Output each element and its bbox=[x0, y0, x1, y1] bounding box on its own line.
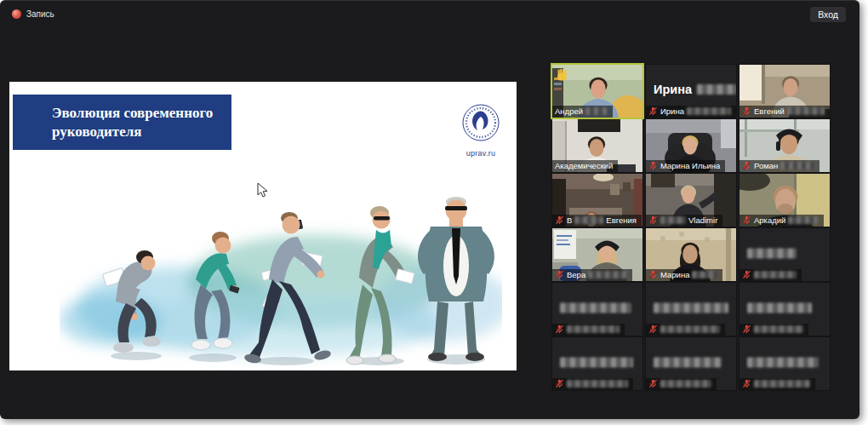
recording-indicator: Запись bbox=[12, 9, 54, 19]
name-text: Евгения bbox=[606, 215, 637, 225]
participant-name-label: Аркадий bbox=[740, 215, 824, 227]
video-grid: АндрейИринаИринаЕвгенийАкадемическийМари… bbox=[552, 65, 830, 390]
slide-title-line1: Эволюция современного bbox=[52, 104, 231, 123]
participant-tile-роман[interactable]: Роман bbox=[740, 119, 830, 172]
redacted-text-blur bbox=[788, 216, 819, 224]
participant-name-label: Евгений bbox=[740, 106, 830, 118]
muted-mic-icon bbox=[555, 324, 564, 334]
meeting-window: Запись Вход Эволюция современного руково… bbox=[0, 0, 859, 419]
recording-dot-icon bbox=[12, 9, 21, 19]
participant-tile[interactable] bbox=[552, 283, 642, 336]
participant-name-label: ВЕвгения bbox=[552, 215, 642, 227]
redacted-text-blur bbox=[660, 216, 686, 224]
participant-name-label bbox=[646, 378, 717, 390]
uprav-logo-emblem-icon bbox=[460, 102, 501, 143]
redacted-text-blur bbox=[687, 107, 731, 115]
shared-screen-slide: Эволюция современного руководителя uprav… bbox=[9, 82, 517, 370]
name-text: Аркадий bbox=[754, 215, 785, 225]
participant-tile[interactable] bbox=[646, 283, 736, 336]
redacted-text-blur bbox=[574, 216, 603, 224]
participant-name-label: Ирина bbox=[646, 106, 736, 118]
participant-big-name bbox=[654, 358, 722, 368]
participant-big-name bbox=[747, 303, 812, 313]
redacted-name-blur bbox=[560, 303, 631, 313]
muted-mic-icon bbox=[555, 379, 564, 388]
mouse-cursor bbox=[257, 182, 268, 198]
participant-tile-евгения[interactable]: ВЕвгения bbox=[552, 174, 642, 227]
participant-name-label: Андрей bbox=[552, 106, 613, 118]
redacted-text-blur bbox=[754, 325, 803, 333]
muted-mic-icon bbox=[648, 270, 658, 279]
muted-mic-icon bbox=[648, 324, 658, 334]
participant-tile-марина[interactable]: Марина bbox=[646, 228, 736, 281]
participant-tile[interactable] bbox=[740, 228, 830, 281]
slide-title-line2: руководителя bbox=[52, 123, 231, 141]
participant-tile-vladimir[interactable]: Vladimir bbox=[646, 174, 736, 227]
redacted-text-blur bbox=[754, 380, 810, 388]
redacted-text-blur bbox=[780, 162, 814, 169]
name-text: Евгений bbox=[754, 106, 785, 116]
redacted-text-blur bbox=[787, 107, 825, 115]
name-text: Марина Ильина bbox=[660, 161, 720, 170]
muted-mic-icon bbox=[742, 215, 751, 225]
redacted-text-blur bbox=[692, 271, 717, 279]
redacted-text-blur bbox=[660, 325, 720, 333]
slide-title-banner: Эволюция современного руководителя bbox=[13, 95, 231, 150]
slide-illustration bbox=[60, 175, 502, 371]
name-text: В bbox=[567, 215, 572, 225]
participant-name-label bbox=[552, 324, 625, 336]
participant-tile[interactable] bbox=[552, 337, 642, 390]
muted-mic-icon bbox=[648, 106, 658, 116]
redacted-text-blur bbox=[754, 271, 797, 279]
muted-mic-icon bbox=[555, 215, 564, 225]
redacted-text-blur bbox=[585, 107, 608, 115]
participant-name-label: Vladimir bbox=[646, 215, 722, 227]
participant-tile-аркадий[interactable]: Аркадий bbox=[740, 174, 830, 227]
muted-mic-icon bbox=[742, 324, 751, 334]
muted-mic-icon bbox=[648, 379, 658, 388]
participant-tile[interactable] bbox=[646, 337, 736, 390]
muted-mic-icon bbox=[648, 215, 658, 225]
participant-name-label bbox=[552, 378, 633, 390]
participant-name-label bbox=[646, 324, 725, 336]
participant-tile-евгений[interactable]: Евгений bbox=[740, 65, 830, 118]
redacted-name-blur bbox=[697, 84, 736, 95]
uprav-logo-url: uprav.ru bbox=[457, 149, 505, 158]
redacted-text-blur bbox=[588, 271, 627, 279]
participant-big-name bbox=[747, 358, 819, 368]
redacted-text-blur bbox=[567, 380, 628, 388]
participant-big-name bbox=[747, 249, 797, 259]
participant-name-label bbox=[740, 378, 815, 390]
redacted-name-blur bbox=[654, 358, 722, 368]
redacted-name-blur bbox=[560, 358, 633, 368]
muted-mic-icon bbox=[742, 106, 751, 116]
redacted-text-blur bbox=[660, 380, 711, 388]
participant-name-label: Роман bbox=[740, 160, 819, 172]
uprav-logo: uprav.ru bbox=[457, 102, 505, 158]
participant-tile-ирина[interactable]: ИринаИрина bbox=[646, 65, 736, 118]
muted-mic-icon bbox=[742, 270, 751, 279]
participant-name-label bbox=[740, 269, 802, 281]
redacted-name-blur bbox=[747, 358, 819, 368]
redacted-text-blur bbox=[567, 325, 620, 333]
participant-big-name: Ирина bbox=[654, 83, 736, 96]
muted-mic-icon bbox=[555, 270, 564, 279]
redacted-name-blur bbox=[747, 303, 812, 313]
muted-mic-icon bbox=[742, 379, 751, 388]
participant-name-label: Марина Ильина bbox=[646, 160, 725, 172]
login-button[interactable]: Вход bbox=[810, 7, 846, 22]
participant-tile[interactable] bbox=[740, 283, 830, 336]
name-text: Роман bbox=[754, 161, 778, 170]
participant-big-name bbox=[560, 303, 631, 313]
participant-tile-академический[interactable]: Академический bbox=[552, 119, 642, 172]
name-text: Vladimir bbox=[688, 215, 717, 225]
participant-tile[interactable] bbox=[740, 337, 830, 390]
participant-tile-марина-ильина[interactable]: Марина Ильина bbox=[646, 119, 736, 172]
participant-tile-вера[interactable]: Вера bbox=[552, 228, 642, 281]
participant-big-name bbox=[654, 303, 728, 313]
participant-name-label: Вера bbox=[552, 269, 632, 281]
participant-tile-андрей[interactable]: Андрей bbox=[552, 65, 642, 118]
raised-hand-icon bbox=[556, 68, 568, 82]
participant-name-label: Академический bbox=[552, 160, 618, 172]
name-text: Андрей bbox=[555, 106, 583, 116]
